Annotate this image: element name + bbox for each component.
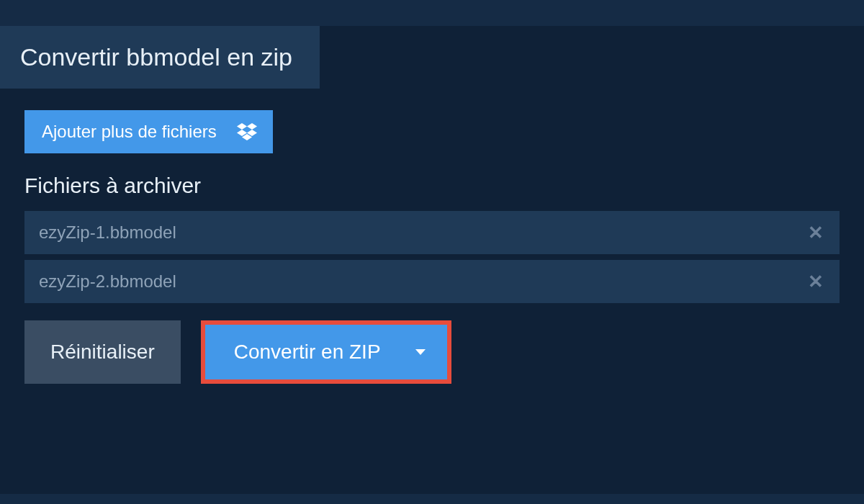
bottom-bar [0, 494, 864, 504]
main-content: Ajouter plus de fichiers Fichiers à arch… [0, 89, 864, 384]
file-row: ezyZip-1.bbmodel ✕ [24, 211, 840, 254]
file-name: ezyZip-2.bbmodel [39, 271, 176, 292]
convert-button[interactable]: Convertir en ZIP [205, 325, 447, 379]
action-button-row: Réinitialiser Convertir en ZIP [24, 320, 840, 384]
file-row: ezyZip-2.bbmodel ✕ [24, 260, 840, 303]
convert-highlight-wrapper: Convertir en ZIP [201, 320, 451, 384]
chevron-down-icon [415, 349, 426, 355]
tab-header: Convertir bbmodel en zip [0, 26, 320, 89]
top-bar [0, 0, 864, 26]
reset-label: Réinitialiser [50, 341, 155, 363]
convert-label: Convertir en ZIP [234, 341, 381, 364]
add-files-button[interactable]: Ajouter plus de fichiers [24, 110, 273, 153]
close-icon[interactable]: ✕ [808, 272, 824, 291]
reset-button[interactable]: Réinitialiser [24, 320, 181, 384]
file-list: ezyZip-1.bbmodel ✕ ezyZip-2.bbmodel ✕ [24, 211, 840, 303]
file-name: ezyZip-1.bbmodel [39, 222, 176, 243]
files-section-title: Fichiers à archiver [24, 174, 840, 198]
add-files-label: Ajouter plus de fichiers [42, 122, 217, 142]
dropbox-icon [237, 123, 257, 140]
close-icon[interactable]: ✕ [808, 223, 824, 242]
page-title: Convertir bbmodel en zip [20, 43, 292, 71]
